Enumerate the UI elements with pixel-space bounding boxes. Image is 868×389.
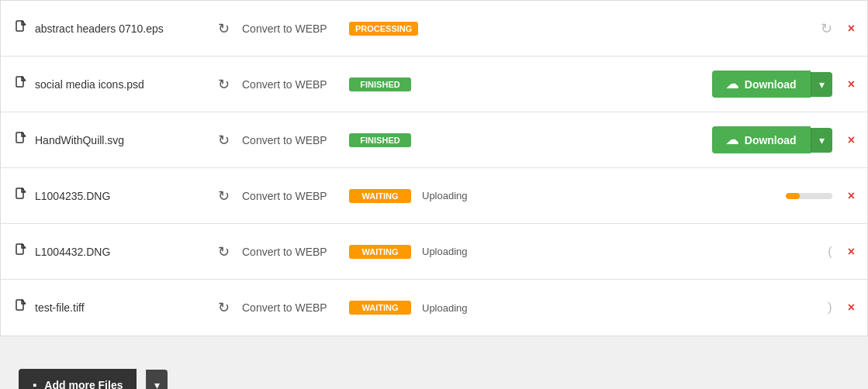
table-row: abstract headers 0710.eps↻Convert to WEB…	[1, 1, 867, 57]
loading-spinner: ↻	[821, 20, 832, 37]
table-row: HandWithQuill.svg↻Convert to WEBPFINISHE…	[1, 112, 867, 168]
file-icon	[13, 188, 29, 205]
add-files-label: Add more Files	[44, 379, 123, 390]
convert-icon: ↻	[218, 76, 230, 93]
table-row: L1004235.DNG↻Convert to WEBPWAITINGUploa…	[1, 168, 867, 224]
add-files-button[interactable]: ▪ Add more Files	[19, 369, 137, 389]
add-files-dropdown-button[interactable]: ▾	[146, 370, 168, 390]
upload-status: Uploading	[422, 302, 468, 314]
convert-text: Convert to WEBP	[242, 78, 343, 91]
remove-file-button[interactable]: ×	[848, 133, 855, 147]
table-row: social media icons.psd↻Convert to WEBPFI…	[1, 57, 867, 112]
file-name: L1004235.DNG	[35, 190, 206, 202]
upload-status: Uploading	[422, 190, 468, 201]
loading-spinner: (	[828, 245, 832, 259]
file-name: HandWithQuill.svg	[35, 134, 206, 146]
convert-text: Convert to WEBP	[242, 134, 343, 146]
convert-icon: ↻	[218, 188, 230, 205]
status-badge: PROCESSING	[349, 22, 418, 36]
progress-fill	[786, 193, 800, 199]
file-icon	[13, 20, 29, 37]
convert-icon: ↻	[218, 132, 230, 149]
file-name: test-file.tiff	[35, 301, 206, 314]
download-dropdown-button[interactable]: ▾	[811, 128, 832, 153]
status-badge: WAITING	[349, 245, 411, 259]
status-badge: WAITING	[349, 301, 411, 315]
status-badge: FINISHED	[349, 77, 411, 91]
download-dropdown-button[interactable]: ▾	[811, 72, 832, 97]
convert-text: Convert to WEBP	[242, 246, 343, 258]
download-cloud-icon: ☁	[726, 133, 738, 147]
convert-icon: ↻	[218, 299, 230, 316]
remove-file-button[interactable]: ×	[848, 77, 855, 91]
download-cloud-icon: ☁	[726, 77, 738, 91]
file-name: abstract headers 0710.eps	[35, 22, 206, 35]
upload-status: Uploading	[422, 246, 468, 257]
convert-icon: ↻	[218, 243, 230, 260]
progress-bar-container	[786, 193, 832, 199]
convert-icon: ↻	[218, 20, 230, 37]
download-button[interactable]: ☁ Download	[712, 71, 811, 98]
add-files-group: ▪ Add more Files ▾	[9, 356, 859, 389]
file-icon	[13, 132, 29, 149]
remove-file-button[interactable]: ×	[848, 22, 855, 36]
convert-text: Convert to WEBP	[242, 22, 343, 35]
bottom-bar: ▪ Add more Files ▾	[0, 336, 868, 389]
progress-bar	[786, 193, 832, 199]
remove-file-button[interactable]: ×	[848, 245, 855, 259]
remove-file-button[interactable]: ×	[848, 189, 855, 203]
status-badge: WAITING	[349, 189, 411, 203]
download-group: ☁ Download▾	[712, 71, 832, 98]
convert-text: Convert to WEBP	[242, 190, 343, 202]
table-row: test-file.tiff↻Convert to WEBPWAITINGUpl…	[1, 280, 867, 336]
status-badge: FINISHED	[349, 133, 411, 147]
file-name: L1004432.DNG	[35, 246, 206, 258]
convert-text: Convert to WEBP	[242, 301, 343, 314]
remove-file-button[interactable]: ×	[848, 301, 855, 315]
table-row: L1004432.DNG↻Convert to WEBPWAITINGUploa…	[1, 224, 867, 280]
download-button[interactable]: ☁ Download	[712, 126, 811, 153]
loading-spinner: )	[828, 301, 832, 315]
file-icon	[13, 299, 29, 316]
file-icon	[13, 243, 29, 260]
add-files-icon: ▪	[33, 378, 36, 389]
file-icon	[13, 76, 29, 93]
file-name: social media icons.psd	[35, 78, 206, 91]
file-list: abstract headers 0710.eps↻Convert to WEB…	[0, 0, 868, 336]
download-group: ☁ Download▾	[712, 126, 832, 153]
